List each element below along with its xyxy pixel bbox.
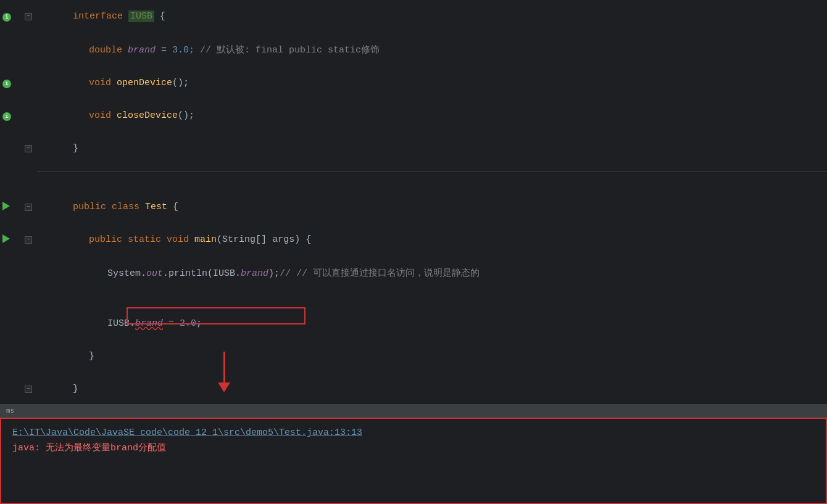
line-content-3: void openDevice(); <box>37 67 827 99</box>
code-line-2: double brand = 3.0; // 默认被: final public… <box>0 33 827 67</box>
info-icon-3: i <box>2 78 11 88</box>
error-panel: E:\IT\Java\Code\JavaSE_code\code_12_1\sr… <box>0 418 827 504</box>
line-content-13: } <box>37 341 827 372</box>
line-content-5: } <box>37 133 827 164</box>
line-content-2: double brand = 3.0; // 默认被: final public… <box>37 33 827 66</box>
code-line-4: i void closeDevice(); <box>0 99 827 132</box>
gutter-9: − <box>0 236 37 244</box>
code-line-13: } <box>0 340 827 373</box>
code-line-11 <box>0 290 827 307</box>
fold-icon-8[interactable]: − <box>25 204 32 211</box>
code-line-9: − public static void main(String[] args)… <box>0 223 827 256</box>
status-left-label: ms <box>6 407 14 415</box>
code-line-14: − } <box>0 373 827 401</box>
play-icon-8[interactable] <box>2 202 10 213</box>
gutter-8: − <box>0 204 37 211</box>
code-line-5: − } <box>0 132 827 165</box>
line-content-10: System.out.println(IUSB.brand);// // 可以直… <box>37 257 827 289</box>
code-line-10: System.out.println(IUSB.brand);// // 可以直… <box>0 256 827 290</box>
fold-icon-5[interactable]: − <box>25 145 32 152</box>
play-icon-9[interactable] <box>2 234 10 246</box>
status-bar: ms <box>0 404 827 418</box>
fold-icon-14[interactable]: − <box>25 386 32 393</box>
line-content-12: IUSB.brand = 2.0; <box>37 308 827 339</box>
info-icon-4: i <box>2 111 11 121</box>
line-content-9: public static void main(String[] args) { <box>37 224 827 255</box>
gutter-5: − <box>0 145 37 152</box>
code-line-1: i − interface IUSB { <box>0 0 827 33</box>
info-icon-1: i <box>2 12 11 22</box>
line-content-14: } <box>37 373 827 401</box>
code-editor[interactable]: i − interface IUSB { double brand = 3.0;… <box>0 0 827 401</box>
fold-icon-9[interactable]: − <box>25 236 32 244</box>
gutter-1: i − <box>0 13 37 20</box>
fold-icon-1[interactable]: − <box>25 13 32 20</box>
code-line-12: IUSB.brand = 2.0; <box>0 307 827 340</box>
code-line-3: i void openDevice(); <box>0 67 827 99</box>
code-line-6 <box>0 173 827 191</box>
line-content-4: void closeDevice(); <box>37 100 827 131</box>
error-message-text: java: 无法为最终变量brand分配值 <box>12 443 166 453</box>
section-divider <box>37 166 827 172</box>
gutter-14: − <box>0 386 37 393</box>
code-line-8: − public class Test { <box>0 191 827 223</box>
line-content-8: public class Test { <box>37 191 827 223</box>
error-arrow <box>218 352 230 392</box>
error-file-link[interactable]: E:\IT\Java\Code\JavaSE_code\code_12_1\sr… <box>12 428 815 438</box>
line-content-1: interface IUSB { <box>37 1 827 32</box>
